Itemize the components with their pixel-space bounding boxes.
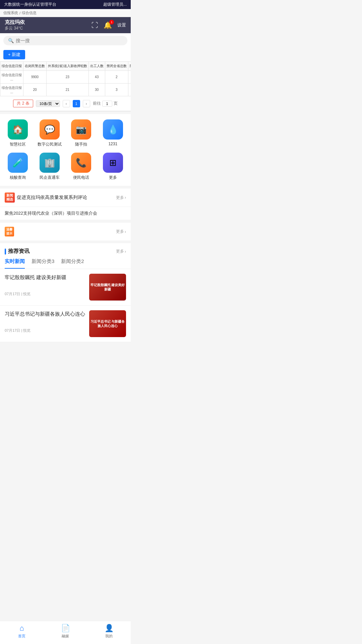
table-cell-0-2: 23 [47, 71, 89, 84]
tab-news-0[interactable]: 实时新闻 [5, 258, 25, 269]
tab-news-1[interactable]: 新闻分类3 [32, 258, 54, 269]
col-header-0: 综合信息日报 [0, 62, 23, 71]
news-card-0[interactable]: 牢记殷殷嘱托 建设美好新疆07月17日 | 悦览牢记殷殷嘱托 建设美好新疆 [0, 269, 131, 306]
notification-badge: 1 [109, 20, 114, 24]
table-row[interactable]: 综合信息日报 ...202130312244已发 [0, 84, 131, 96]
city-bar: 克拉玛依 多云 34°C ⛶ 🔔 1 设置 [0, 17, 131, 33]
system-title: 大数据统一身份认证管理平台 [4, 2, 56, 7]
new-button[interactable]: + 新建 [3, 50, 25, 59]
table-cell-0-4: 2 [105, 71, 128, 84]
app-icon-zhihui: 🏠 [8, 119, 28, 140]
app-label-zhihui: 智慧社区 [10, 142, 26, 147]
breadcrumb-part2: 综合信息 [22, 10, 37, 15]
table-cell-1-4: 3 [105, 84, 128, 96]
app-icon-digital: 💬 [40, 119, 60, 140]
data-table-wrap: 综合信息日报 在岗民警总数 外系统(省)送入新收押犯数 出工人数 禁闭全省总数 … [0, 61, 131, 96]
city-temp: 多云 34°C [5, 25, 25, 31]
settings-icon[interactable]: 设置 [117, 22, 126, 28]
app-icon-1231: 💧 [103, 119, 123, 140]
app-label-enterprise: 民企直通车 [40, 175, 60, 180]
table-cell-1-3: 30 [88, 84, 105, 96]
news-card-content-0: 牢记殷殷嘱托 建设美好新疆07月17日 | 悦览 [5, 274, 85, 297]
app-item-nucleic[interactable]: 🧪核酸查询 [3, 153, 33, 180]
recommend-header: 推荐资讯 更多 › [0, 243, 131, 255]
data-panel: + 新建 综合信息日报 在岗民警总数 外系统(省)送入新收押犯数 出工人数 禁闭… [0, 48, 131, 111]
warm-tag: 温馨 提示 [5, 227, 14, 236]
page-total: 共 2 条 [13, 100, 33, 107]
goto-input[interactable] [102, 101, 112, 107]
news-articles: 牢记殷殷嘱托 建设美好新疆07月17日 | 悦览牢记殷殷嘱托 建设美好新疆习近平… [0, 269, 131, 342]
system-title-bar: 大数据统一身份认证管理平台 超级管理员... [0, 0, 131, 9]
app-label-more: 更多 [109, 175, 117, 180]
recommend-section: 推荐资讯 更多 › 实时新闻新闻分类3新闻分类2 牢记殷殷嘱托 建设美好新疆07… [0, 243, 131, 342]
warm-section: 温馨 提示 更多 › [0, 223, 131, 240]
table-cell-0-5: 4 [128, 71, 131, 84]
news-card-content-1: 习近平总书记与新疆各族人民心连心07月17日 | 悦览 [5, 310, 85, 333]
recommend-title: 推荐资讯 [5, 248, 29, 255]
next-page-button[interactable]: › [83, 100, 90, 107]
app-item-photo[interactable]: 📷随手拍 [67, 119, 96, 147]
app-item-1231[interactable]: 💧1231 [99, 119, 128, 147]
prev-page-button[interactable]: ‹ [63, 100, 70, 107]
page-label: 页 [114, 101, 118, 106]
search-input[interactable] [16, 38, 123, 43]
news-card-title-1: 习近平总书记与新疆各族人民心连心 [5, 310, 85, 318]
news-header: 新闻 精选 促进克拉玛依高质量发展系列评论 更多 › [0, 189, 131, 207]
fullscreen-icon[interactable]: ⛶ [92, 21, 98, 29]
app-grid-section: 🏠智慧社区💬数字公民测试📷随手拍💧1231🧪核酸查询🏢民企直通车📞便民电话⊞更多 [0, 114, 131, 186]
table-cell-0-0: 综合信息日报 ... [0, 71, 23, 84]
news-card-meta-0: 07月17日 | 悦览 [5, 291, 85, 297]
app-item-more[interactable]: ⊞更多 [99, 153, 128, 180]
col-header-2: 外系统(省)送入新收押犯数 [47, 62, 89, 71]
pagination: 共 2 条 10条/页 20条/页 ‹ 1 › 前往 页 [0, 96, 131, 111]
search-icon: 🔍 [8, 38, 14, 43]
news-card-meta-1: 07月17日 | 悦览 [5, 328, 85, 333]
table-cell-1-5: 1 [128, 84, 131, 96]
news-tabs: 实时新闻新闻分类3新闻分类2 [0, 255, 131, 269]
page-size-select[interactable]: 10条/页 20条/页 [36, 100, 60, 107]
app-item-phone[interactable]: 📞便民电话 [67, 153, 96, 180]
app-label-1231: 1231 [108, 142, 117, 146]
recommend-more-link[interactable]: 更多 › [116, 249, 126, 254]
breadcrumb-sep: / [19, 11, 20, 15]
current-page: 1 [73, 100, 80, 107]
app-grid: 🏠智慧社区💬数字公民测试📷随手拍💧1231🧪核酸查询🏢民企直通车📞便民电话⊞更多 [3, 119, 127, 180]
notification-icon[interactable]: 🔔 1 [104, 21, 112, 29]
search-bar: 🔍 [0, 33, 131, 48]
breadcrumb-part1: 信报系统 [3, 10, 18, 15]
table-cell-0-1: 9900 [23, 71, 47, 84]
news-item-2[interactable]: 聚焦2022支持现代农业（深圳）项目引进推介会 [0, 207, 131, 220]
table-row[interactable]: 综合信息日报 ...9900234324122134432334已发 [0, 71, 131, 84]
app-icon-more: ⊞ [103, 153, 123, 173]
news-section: 新闻 精选 促进克拉玛依高质量发展系列评论 更多 › 聚焦2022支持现代农业（… [0, 189, 131, 220]
app-item-zhihui[interactable]: 🏠智慧社区 [3, 119, 33, 147]
app-label-digital: 数字公民测试 [38, 142, 62, 147]
tab-news-2[interactable]: 新闻分类2 [61, 258, 84, 269]
page-goto: 前往 页 [93, 101, 118, 107]
app-icon-enterprise: 🏢 [40, 153, 60, 173]
col-header-4: 禁闭全省总数 [105, 62, 128, 71]
header-icons: ⛶ 🔔 1 设置 [92, 21, 126, 29]
goto-label: 前往 [93, 101, 101, 106]
app-label-photo: 随手拍 [75, 142, 87, 147]
warm-icon: 温馨 提示 [5, 227, 14, 236]
city-name: 克拉玛依 [5, 19, 25, 25]
breadcrumb: 信报系统 / 综合信息 [0, 9, 131, 17]
admin-label: 超级管理员... [103, 2, 127, 7]
app-item-digital[interactable]: 💬数字公民测试 [35, 119, 64, 147]
news-card-1[interactable]: 习近平总书记与新疆各族人民心连心07月17日 | 悦览习近平总书记 与新疆各族人… [0, 306, 131, 342]
news-card-img-1: 习近平总书记 与新疆各族人民心连心 [89, 310, 126, 337]
table-cell-1-0: 综合信息日报 ... [0, 84, 23, 96]
news-card-img-0: 牢记殷殷嘱托 建设美好新疆 [89, 274, 126, 301]
app-item-enterprise[interactable]: 🏢民企直通车 [35, 153, 64, 180]
warm-more-link[interactable]: 更多 › [116, 229, 126, 234]
search-wrap[interactable]: 🔍 [3, 36, 127, 45]
news-tag: 新闻 精选 促进克拉玛依高质量发展系列评论 [5, 193, 87, 203]
news-more-link[interactable]: 更多 › [116, 195, 126, 201]
city-info: 克拉玛依 多云 34°C [5, 19, 25, 31]
news-card-title-0: 牢记殷殷嘱托 建设美好新疆 [5, 274, 85, 281]
news-tag-icon: 新闻 精选 [5, 193, 15, 203]
app-icon-phone: 📞 [71, 153, 91, 173]
table-cell-0-3: 43 [88, 71, 105, 84]
col-header-3: 出工人数 [88, 62, 105, 71]
